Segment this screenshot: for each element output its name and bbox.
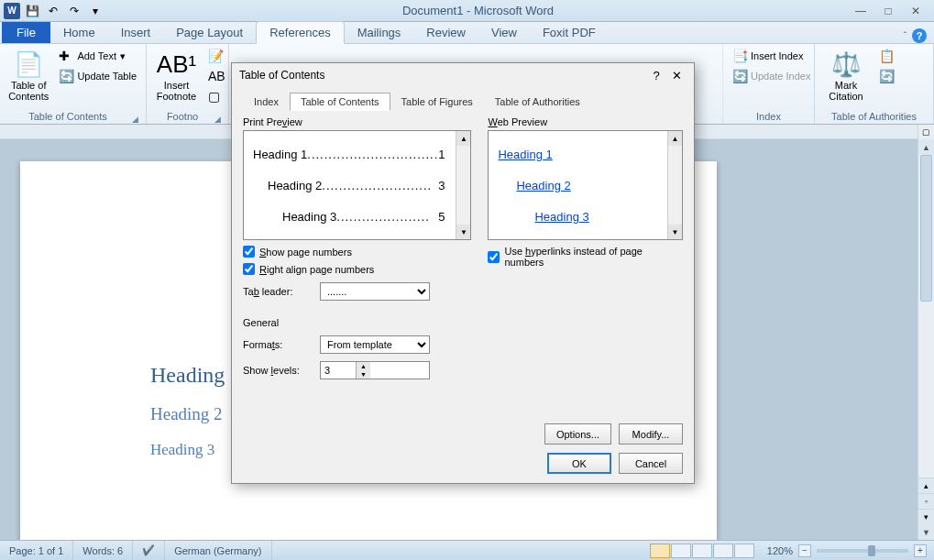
general-label: General [243,317,471,328]
formats-select[interactable]: From template [320,335,430,354]
spin-up[interactable]: ▲ [356,362,370,370]
print-preview-column: Print Preview Heading 1 ................… [243,116,471,379]
dlg-tab-toa[interactable]: Table of Authorities [484,93,591,111]
modify-button[interactable]: Modify... [619,423,683,445]
print-preview-scroll[interactable]: ▲▼ [456,131,470,239]
dialog-titlebar[interactable]: Table of Contents ? ✕ [232,63,694,87]
web-h3-link: Heading 3 [534,210,588,224]
web-preview-box: Heading 1 Heading 2 Heading 3 ▲▼ [488,130,683,240]
dlg-tab-toc[interactable]: Table of Contents [290,93,390,111]
web-preview-column: Web Preview Heading 1 Heading 2 Heading … [488,116,683,379]
dlg-tab-index[interactable]: Index [243,93,290,111]
use-hyperlinks-label: Use hyperlinks instead of page numbers [504,246,683,268]
print-preview-box: Heading 1 ..............................… [243,130,471,240]
dialog-body: Print Preview Heading 1 ................… [232,111,694,385]
dialog-overlay: Table of Contents ? ✕ Index Table of Con… [0,0,934,560]
show-levels-label: Show levels: [243,365,313,376]
dlg-tab-tof[interactable]: Table of Figures [390,93,484,111]
right-align-label: Right align page numbers [259,264,374,275]
show-levels-spinner[interactable]: ▲▼ [320,361,430,379]
web-h2-link: Heading 2 [516,179,570,192]
options-button[interactable]: Options... [544,423,611,445]
cancel-button[interactable]: Cancel [619,453,683,474]
dialog-close-button[interactable]: ✕ [666,69,687,82]
show-page-numbers-label: Show page numbers [259,247,352,258]
web-h1-link: Heading 1 [498,148,552,161]
print-preview-label: Print Preview [243,116,471,127]
toc-dialog: Table of Contents ? ✕ Index Table of Con… [231,62,695,484]
dialog-title: Table of Contents [239,69,646,82]
show-levels-input[interactable] [321,362,356,379]
ok-button[interactable]: OK [547,453,611,474]
tab-leader-select[interactable]: ....... [320,282,430,301]
spin-down[interactable]: ▼ [356,370,370,379]
tab-leader-label: Tab leader: [243,286,313,297]
web-preview-scroll[interactable]: ▲▼ [667,131,682,239]
dialog-help-button[interactable]: ? [646,69,666,82]
formats-label: Formats: [243,339,313,350]
show-page-numbers-checkbox[interactable] [243,246,255,258]
use-hyperlinks-checkbox[interactable] [488,251,500,263]
dialog-bottom-buttons: OK Cancel [547,453,683,474]
web-preview-label: Web Preview [488,116,683,127]
dialog-mid-buttons: Options... Modify... [544,423,683,445]
dialog-tabs: Index Table of Contents Table of Figures… [232,87,694,111]
right-align-checkbox[interactable] [243,263,255,275]
